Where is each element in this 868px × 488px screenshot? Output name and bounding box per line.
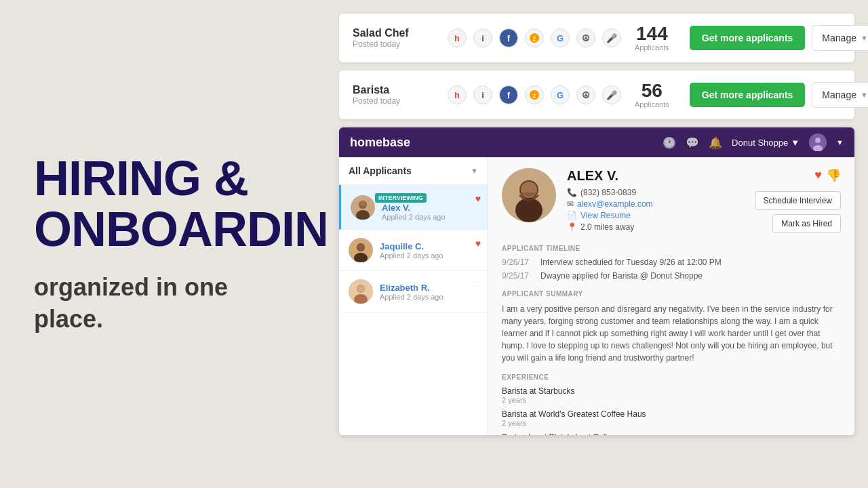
exp-title-2: Barista at World's Greatest Coffee Haus	[502, 409, 841, 419]
timeline-section-label: APPLICANT TIMELINE	[502, 245, 841, 252]
platform-peace-icon[interactable]: ☮	[576, 28, 595, 47]
get-applicants-button-2[interactable]: Get more applicants	[690, 83, 806, 107]
applicants-filter-header[interactable]: All Applicants ▼	[339, 157, 488, 185]
manage-caret-icon: ▼	[861, 34, 868, 42]
email-link[interactable]: alexv@example.com	[577, 199, 653, 209]
exp-duration-1: 2 years	[502, 396, 841, 404]
timeline-text-1: Interview scheduled for Tuesday 9/26 at …	[540, 258, 722, 267]
platform-i-icon-2[interactable]: i	[473, 85, 492, 104]
marketing-subtext: organized in one place.	[34, 272, 292, 336]
platform-mic-icon-2[interactable]: 🎤	[602, 85, 621, 104]
detail-header: ALEX V. 📞 (832) 853-0839 ✉ alexv@example…	[502, 168, 841, 234]
applicant-info-2: Jaquille C. Applied 2 days ago	[380, 241, 478, 260]
heart-icon-2[interactable]: ♥	[475, 238, 481, 249]
job-platforms-2: h i f z G ☮ 🎤	[448, 85, 621, 104]
svg-point-14	[357, 244, 364, 251]
platform-h-icon-2[interactable]: h	[448, 85, 467, 104]
homebase-panel: homebase 🕐 💬 🔔 Donut Shoppe ▼ ▼	[339, 127, 854, 435]
applicant-number-2: 56	[635, 81, 669, 100]
location-pin-icon: 📍	[567, 222, 577, 232]
location-selector[interactable]: Donut Shoppe ▼	[732, 138, 800, 148]
applicant-number-1: 144	[635, 24, 669, 43]
summary-text: I am a very positive person and disregar…	[502, 303, 841, 364]
applicant-name-1: Alex V.	[382, 203, 478, 213]
schedule-interview-button[interactable]: Schedule Interview	[755, 191, 841, 210]
email-icon: ✉	[567, 199, 574, 209]
marketing-section: HIRING & ONBOARDING organized in one pla…	[0, 0, 326, 488]
topbar-right: 🕐 💬 🔔 Donut Shoppe ▼ ▼	[663, 134, 844, 151]
timeline-date-2: 9/25/17	[502, 271, 532, 281]
svg-point-21	[515, 198, 542, 222]
resume-link[interactable]: View Resume	[580, 211, 631, 220]
applicant-name-2: Jaquille C.	[380, 241, 478, 251]
applicant-label-2: Applicants	[635, 100, 669, 108]
manage-button-2[interactable]: Manage ▼	[812, 82, 868, 108]
svg-text:z: z	[533, 35, 536, 42]
platform-h-icon[interactable]: h	[448, 28, 467, 47]
chat-icon[interactable]: 💬	[686, 136, 699, 149]
detail-distance: 📍 2.0 miles away	[567, 222, 744, 232]
interviewing-badge: Interviewing	[375, 193, 427, 203]
exp-item-2: Barista at World's Greatest Coffee Haus …	[502, 409, 841, 427]
clock-icon[interactable]: 🕐	[663, 136, 676, 149]
experience-list: Barista at Starbucks 2 years Barista at …	[502, 386, 841, 435]
timeline-item-2: 9/25/17 Dwayne applied for Barista @ Don…	[502, 271, 841, 281]
detail-avatar	[502, 168, 556, 222]
applicant-applied-3: Applied 2 days ago	[380, 293, 478, 301]
job-title: Salad Chef	[353, 27, 434, 39]
detail-actions: ♥ 👎 Schedule Interview Mark as Hired	[755, 168, 841, 233]
phone-icon: 📞	[567, 188, 577, 197]
job-card-info: Salad Chef Posted today	[353, 27, 434, 49]
applicant-name-3: Elizabeth R.	[380, 283, 478, 293]
bell-icon[interactable]: 🔔	[709, 136, 722, 149]
svg-point-5	[815, 138, 821, 143]
job-platforms: h i f z G ☮ 🎤	[448, 28, 621, 47]
homebase-logo: homebase	[350, 136, 410, 150]
experience-section-label: EXPERIENCE	[502, 373, 841, 381]
platform-f-icon[interactable]: f	[499, 28, 518, 47]
applicants-panel: All Applicants ▼	[339, 157, 488, 435]
platform-mic-icon[interactable]: 🎤	[602, 28, 621, 47]
platform-g-icon[interactable]: G	[551, 28, 570, 47]
summary-section-label: APPLICANT SUMMARY	[502, 290, 841, 298]
detail-phone: 📞 (832) 853-0839	[567, 188, 744, 197]
applicant-count-2: 56 Applicants	[635, 81, 669, 108]
applicant-item-2[interactable]: Jaquille C. Applied 2 days ago ♥	[339, 230, 488, 271]
applicant-applied-1: Applied 2 days ago	[382, 213, 478, 221]
platform-g-icon-2[interactable]: G	[551, 85, 570, 104]
platform-zip-icon-2[interactable]: z	[525, 85, 544, 104]
platform-zip-icon[interactable]: z	[525, 28, 544, 47]
manage-caret-icon-2: ▼	[861, 91, 868, 99]
applicant-info-3: Elizabeth R. Applied 2 days ago	[380, 283, 478, 301]
exp-title-1: Barista at Starbucks	[502, 386, 841, 396]
applicant-applied-2: Applied 2 days ago	[380, 251, 478, 260]
heart-icon-1[interactable]: ♥	[475, 193, 481, 204]
dislike-icon[interactable]: 👎	[826, 168, 841, 183]
job-card-info-2: Barista Posted today	[353, 84, 434, 106]
manage-button-1[interactable]: Manage ▼	[812, 25, 868, 51]
applicants-filter-label: All Applicants	[349, 165, 412, 176]
exp-item-1: Barista at Starbucks 2 years	[502, 386, 841, 404]
applicant-count-1: 144 Applicants	[635, 24, 669, 52]
heart-empty-icon-3[interactable]: ♡	[472, 279, 481, 290]
mark-hired-button[interactable]: Mark as Hired	[772, 214, 841, 233]
applicant-item-1[interactable]: Interviewing Alex V. Applied 2 days ago …	[339, 185, 488, 230]
applicant-item-3[interactable]: Elizabeth R. Applied 2 days ago ♡	[339, 271, 488, 312]
platform-f-icon-2[interactable]: f	[499, 85, 518, 104]
timeline-item-1: 9/26/17 Interview scheduled for Tuesday …	[502, 258, 841, 267]
resume-icon: 📄	[567, 211, 577, 220]
detail-applicant-name: ALEX V.	[567, 168, 744, 184]
user-avatar[interactable]	[809, 134, 827, 151]
job-posted-2: Posted today	[353, 96, 434, 106]
homebase-main: All Applicants ▼	[339, 157, 854, 435]
platform-peace-icon-2[interactable]: ☮	[576, 85, 595, 104]
applicant-info-1: Interviewing Alex V. Applied 2 days ago	[382, 193, 478, 221]
exp-item-3: Bartender at Pluto's Last Call 2 years	[502, 432, 841, 435]
platform-i-icon[interactable]: i	[473, 28, 492, 47]
like-icon[interactable]: ♥	[814, 168, 822, 183]
get-applicants-button-1[interactable]: Get more applicants	[690, 26, 806, 50]
job-card-salad-chef: Salad Chef Posted today h i f z G ☮ 🎤 14…	[339, 14, 854, 62]
homebase-topbar: homebase 🕐 💬 🔔 Donut Shoppe ▼ ▼	[339, 127, 854, 157]
exp-duration-2: 2 years	[502, 419, 841, 427]
avatar-caret-icon: ▼	[836, 138, 844, 146]
